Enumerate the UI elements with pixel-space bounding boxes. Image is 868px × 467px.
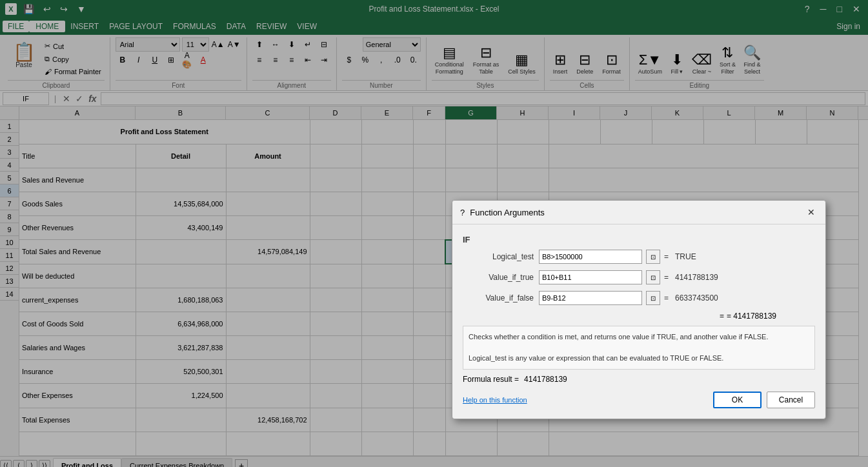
dialog-title: Function Arguments	[470, 208, 545, 217]
dialog-desc: Checks whether a condition is met, and r…	[463, 326, 815, 370]
dialog-cancel-btn[interactable]: Cancel	[767, 392, 815, 408]
logical-test-result: TRUE	[675, 252, 696, 261]
dialog-body: IF Logical_test ⊡ = TRUE Value_if_true ⊡…	[452, 224, 825, 419]
dialog-logical-test-row: Logical_test ⊡ = TRUE	[463, 250, 815, 264]
dialog-buttons: OK Cancel	[713, 392, 815, 408]
inline-result-row: = = 4141788139	[463, 312, 815, 321]
formula-result-value: 4141788139	[524, 375, 567, 384]
dialog-title-left: ? Function Arguments	[460, 208, 545, 217]
value-if-false-collapse-btn[interactable]: ⊡	[646, 291, 660, 305]
dialog-overlay: ? Function Arguments ✕ IF Logical_test ⊡…	[0, 0, 868, 467]
dialog-desc-main: Checks whether a condition is met, and r…	[469, 332, 809, 343]
dialog-close-btn[interactable]: ✕	[805, 206, 818, 219]
formula-result-label: Formula result =	[463, 375, 519, 384]
dialog-help-icon[interactable]: ?	[460, 208, 465, 217]
formula-result-row: Formula result = 4141788139	[463, 375, 815, 384]
logical-test-input[interactable]	[539, 250, 642, 264]
value-if-true-collapse-btn[interactable]: ⊡	[646, 270, 660, 284]
value-if-true-equals: =	[664, 273, 669, 282]
help-on-function-link[interactable]: Help on this function	[463, 396, 527, 404]
dialog-bottom: Help on this function OK Cancel	[463, 392, 815, 408]
value-if-false-input-wrapper: ⊡ = 6633743500	[539, 291, 815, 305]
value-if-true-input[interactable]	[539, 270, 642, 284]
value-if-true-result: 4141788139	[675, 273, 718, 282]
value-if-false-result: 6633743500	[675, 293, 718, 303]
value-if-false-input[interactable]	[539, 291, 642, 305]
dialog-value-if-false-row: Value_if_false ⊡ = 6633743500	[463, 291, 815, 305]
logical-test-equals: =	[664, 252, 669, 261]
value-if-true-input-wrapper: ⊡ = 4141788139	[539, 270, 815, 284]
logical-test-label: Logical_test	[463, 252, 534, 261]
function-arguments-dialog: ? Function Arguments ✕ IF Logical_test ⊡…	[452, 200, 826, 419]
logical-test-input-wrapper: ⊡ = TRUE	[539, 250, 815, 264]
inline-equals: =	[720, 312, 724, 321]
logical-test-collapse-btn[interactable]: ⊡	[646, 250, 660, 264]
dialog-desc-param: Logical_test is any value or expression …	[469, 353, 809, 364]
value-if-true-label: Value_if_true	[463, 273, 534, 282]
value-if-false-equals: =	[664, 293, 669, 303]
dialog-value-if-true-row: Value_if_true ⊡ = 4141788139	[463, 270, 815, 284]
dialog-ok-btn[interactable]: OK	[713, 392, 762, 408]
dialog-func-name: IF	[463, 235, 815, 244]
dialog-titlebar: ? Function Arguments ✕	[452, 201, 825, 224]
value-if-false-label: Value_if_false	[463, 293, 534, 303]
inline-result-value: = 4141788139	[727, 312, 776, 321]
